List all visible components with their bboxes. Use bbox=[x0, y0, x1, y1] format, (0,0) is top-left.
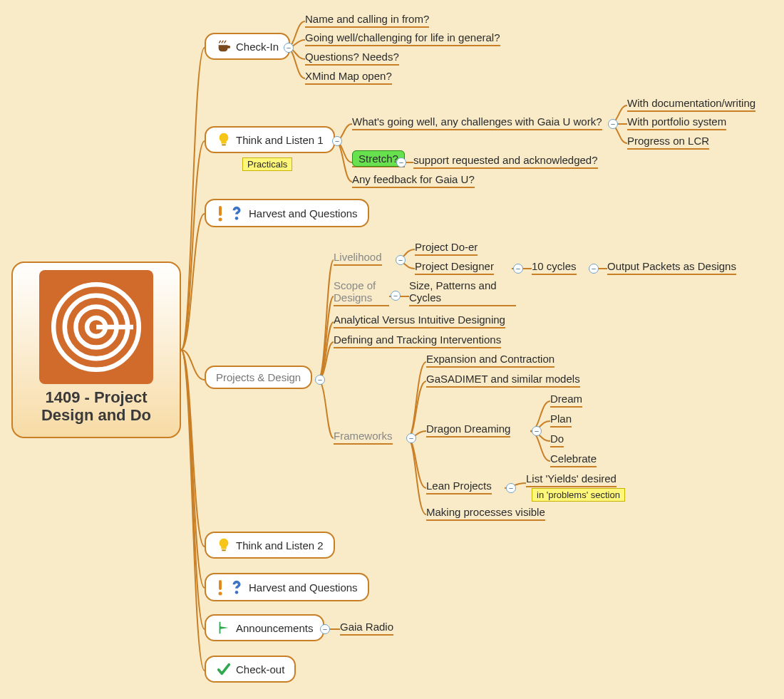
node-label: Projects & Design bbox=[216, 371, 301, 383]
leaf-going-well-gaiau[interactable]: What's going well, any challenges with G… bbox=[352, 115, 602, 130]
collapse-toggle[interactable]: − bbox=[608, 119, 618, 129]
leaf-defining-tracking[interactable]: Defining and Tracking Interventions bbox=[334, 333, 501, 348]
node-scope[interactable]: Scope of Designs bbox=[334, 279, 389, 306]
node-label: Announcements bbox=[236, 622, 313, 634]
root-node[interactable]: 1409 - Project Design and Do bbox=[11, 262, 181, 438]
collapse-toggle[interactable]: − bbox=[284, 43, 294, 53]
root-title: 1409 - Project Design and Do bbox=[20, 388, 172, 425]
collapse-toggle[interactable]: − bbox=[506, 483, 516, 493]
node-check-in[interactable]: Check-In bbox=[205, 33, 290, 60]
question-icon bbox=[229, 579, 244, 595]
node-harvest-questions-1[interactable]: Harvest and Questions bbox=[205, 199, 369, 227]
svg-rect-9 bbox=[222, 549, 226, 551]
node-label: Check-In bbox=[236, 41, 279, 53]
root-image bbox=[39, 270, 153, 384]
tag-practicals: Practicals bbox=[242, 157, 292, 170]
collapse-toggle[interactable]: − bbox=[391, 291, 401, 301]
svg-point-7 bbox=[219, 218, 222, 222]
node-label: Think and Listen 2 bbox=[236, 539, 324, 552]
coffee-icon bbox=[216, 38, 232, 54]
leaf-gaia-radio[interactable]: Gaia Radio bbox=[340, 621, 393, 636]
flag-icon bbox=[216, 620, 232, 636]
node-think-listen-2[interactable]: Think and Listen 2 bbox=[205, 532, 335, 559]
exclamation-icon bbox=[216, 204, 225, 222]
leaf-celebrate[interactable]: Celebrate bbox=[550, 452, 597, 467]
node-check-out[interactable]: Check-out bbox=[205, 656, 296, 683]
svg-rect-5 bbox=[222, 144, 226, 145]
node-livelihood[interactable]: Livelihood bbox=[334, 251, 382, 266]
leaf-expansion-contraction[interactable]: Expansion and Contraction bbox=[426, 353, 555, 368]
leaf-feedback-gaiau[interactable]: Any feedback for Gaia U? bbox=[352, 173, 475, 188]
leaf-output-packets[interactable]: Output Packets as Designs bbox=[607, 260, 736, 275]
svg-rect-6 bbox=[219, 206, 222, 216]
node-frameworks[interactable]: Frameworks bbox=[334, 430, 393, 445]
leaf-project-designer[interactable]: Project Designer bbox=[415, 260, 494, 275]
collapse-toggle[interactable]: − bbox=[532, 426, 542, 436]
collapse-toggle[interactable]: − bbox=[315, 375, 325, 385]
leaf-support-requested[interactable]: support requested and acknowledged? bbox=[413, 154, 598, 169]
node-label: Harvest and Questions bbox=[249, 207, 358, 219]
labyrinth-icon bbox=[50, 281, 143, 373]
leaf-analytical-intuitive[interactable]: Analytical Versus Intuitive Designing bbox=[334, 314, 505, 328]
node-dragon-dreaming[interactable]: Dragon Dreaming bbox=[426, 423, 510, 437]
leaf-lcr[interactable]: Progress on LCR bbox=[627, 135, 709, 150]
question-icon bbox=[229, 205, 244, 221]
leaf-xmind-open[interactable]: XMind Map open? bbox=[305, 70, 392, 85]
leaf-project-doer[interactable]: Project Do-er bbox=[415, 241, 478, 256]
collapse-toggle[interactable]: − bbox=[332, 136, 342, 146]
collapse-toggle[interactable]: − bbox=[513, 264, 523, 274]
exclamation-icon bbox=[216, 579, 225, 596]
tag-in-problems: in 'problems' section bbox=[532, 488, 625, 500]
lightbulb-icon bbox=[216, 132, 232, 147]
node-harvest-questions-2[interactable]: Harvest and Questions bbox=[205, 573, 369, 601]
mindmap-canvas: 1409 - Project Design and Do Check-In − … bbox=[0, 0, 784, 699]
check-icon bbox=[216, 661, 232, 677]
leaf-dream[interactable]: Dream bbox=[550, 393, 582, 408]
node-label: Harvest and Questions bbox=[249, 581, 358, 594]
leaf-documentation[interactable]: With documentation/writing bbox=[627, 97, 755, 112]
node-projects-design[interactable]: Projects & Design bbox=[205, 366, 312, 389]
node-label: Check-out bbox=[236, 663, 284, 675]
leaf-gasadimet[interactable]: GaSADIMET and similar models bbox=[426, 373, 580, 388]
node-lean-projects[interactable]: Lean Projects bbox=[426, 480, 492, 495]
collapse-toggle[interactable]: − bbox=[406, 433, 416, 443]
leaf-10-cycles[interactable]: 10 cycles bbox=[532, 260, 577, 275]
svg-point-12 bbox=[235, 591, 239, 594]
leaf-size-patterns[interactable]: Size, Patterns and Cycles bbox=[409, 279, 516, 306]
node-announcements[interactable]: Announcements bbox=[205, 614, 324, 641]
node-think-listen-1[interactable]: Think and Listen 1 bbox=[205, 126, 335, 153]
leaf-portfolio[interactable]: With portfolio system bbox=[627, 115, 726, 130]
collapse-toggle[interactable]: − bbox=[396, 255, 406, 265]
leaf-questions-needs[interactable]: Questions? Needs? bbox=[305, 51, 399, 66]
collapse-toggle[interactable]: − bbox=[396, 157, 406, 167]
node-label: Think and Listen 1 bbox=[236, 134, 324, 146]
svg-rect-10 bbox=[219, 580, 222, 590]
collapse-toggle[interactable]: − bbox=[320, 624, 330, 634]
leaf-list-yields[interactable]: List 'Yields' desired bbox=[526, 472, 617, 487]
leaf-plan[interactable]: Plan bbox=[550, 413, 572, 428]
lightbulb-icon bbox=[216, 537, 232, 553]
leaf-do[interactable]: Do bbox=[550, 433, 564, 447]
leaf-name-calling[interactable]: Name and calling in from? bbox=[305, 13, 429, 28]
collapse-toggle[interactable]: − bbox=[589, 264, 599, 274]
leaf-going-well[interactable]: Going well/challenging for life in gener… bbox=[305, 31, 500, 46]
svg-point-8 bbox=[235, 217, 239, 220]
leaf-making-processes-visible[interactable]: Making processes visible bbox=[426, 506, 545, 521]
svg-point-11 bbox=[219, 592, 222, 596]
